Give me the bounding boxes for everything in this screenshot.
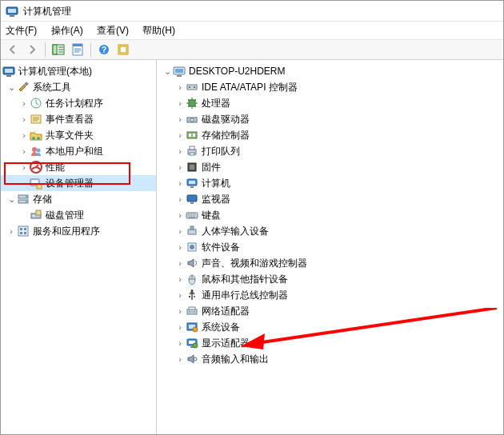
- svg-rect-13: [6, 75, 11, 77]
- diskdrive-icon: [186, 113, 198, 126]
- task-scheduler-icon: [30, 97, 42, 110]
- expand-icon[interactable]: ›: [174, 226, 186, 236]
- device-category-label: 键盘: [202, 209, 221, 222]
- device-category-label: 磁盘驱动器: [202, 113, 250, 126]
- expand-icon[interactable]: ›: [174, 162, 186, 172]
- svg-rect-51: [190, 153, 194, 155]
- tree-item-label: 事件查看器: [46, 113, 94, 126]
- expand-icon[interactable]: ›: [174, 210, 186, 220]
- svg-rect-39: [177, 75, 182, 77]
- device-category-monitor[interactable]: ›监视器: [157, 191, 503, 207]
- device-category-system-dev[interactable]: ›系统设备: [157, 319, 503, 335]
- svg-point-70: [191, 311, 193, 313]
- expand-icon[interactable]: ›: [174, 322, 186, 332]
- device-category-mouse[interactable]: ›鼠标和其他指针设备: [157, 271, 503, 287]
- properties-button[interactable]: [69, 41, 86, 58]
- system-tools-icon: [17, 81, 30, 94]
- device-category-keyboard[interactable]: ›键盘: [157, 207, 503, 223]
- storage-icon: [17, 193, 30, 206]
- expand-icon[interactable]: ›: [174, 354, 186, 364]
- device-tree-root[interactable]: ⌄ DESKTOP-U2HDERM: [157, 63, 503, 79]
- expand-icon[interactable]: ›: [174, 98, 186, 108]
- svg-rect-36: [24, 232, 26, 234]
- expand-icon[interactable]: ›: [18, 130, 30, 140]
- device-category-hid[interactable]: ›人体学输入设备: [157, 223, 503, 239]
- device-category-cpu[interactable]: ›处理器: [157, 95, 503, 111]
- back-button[interactable]: [4, 41, 22, 58]
- expand-icon[interactable]: ›: [174, 258, 186, 268]
- expand-icon[interactable]: ›: [18, 146, 30, 156]
- expand-icon[interactable]: ›: [18, 114, 30, 124]
- device-category-storage-ctrl[interactable]: ›存储控制器: [157, 127, 503, 143]
- show-hide-tree-button[interactable]: [50, 41, 67, 58]
- svg-rect-56: [190, 186, 194, 188]
- device-category-label: 声音、视频和游戏控制器: [202, 257, 307, 270]
- device-category-label: 打印队列: [202, 145, 240, 158]
- tree-item-performance[interactable]: › 性能: [1, 159, 156, 175]
- expand-icon[interactable]: ›: [174, 82, 186, 92]
- device-category-network[interactable]: ›网络适配器: [157, 303, 503, 319]
- svg-rect-34: [24, 228, 26, 230]
- collapse-icon[interactable]: ⌄: [6, 194, 17, 205]
- system-dev-icon: [186, 321, 198, 333]
- tree-item-event-viewer[interactable]: › 事件查看器: [1, 111, 156, 127]
- computer-icon: [186, 177, 198, 190]
- tree-item-system-tools[interactable]: ⌄ 系统工具: [1, 79, 156, 95]
- device-category-firmware[interactable]: ›固件: [157, 159, 503, 175]
- expand-icon[interactable]: ›: [6, 226, 17, 236]
- svg-point-65: [191, 289, 194, 292]
- device-category-computer[interactable]: ›计算机: [157, 175, 503, 191]
- device-category-software-dev[interactable]: ›软件设备: [157, 239, 503, 255]
- expand-icon[interactable]: ›: [174, 274, 186, 284]
- tree-item-disk-management[interactable]: 磁盘管理: [1, 207, 156, 223]
- menu-help[interactable]: 帮助(H): [142, 25, 175, 36]
- expand-icon[interactable]: ›: [174, 306, 186, 316]
- monitor-icon: [186, 193, 198, 206]
- tree-item-device-manager[interactable]: 设备管理器: [1, 175, 156, 191]
- computer-management-window: 计算机管理 文件(F) 操作(A) 查看(V) 帮助(H) ?: [0, 0, 504, 435]
- tree-item-task-scheduler[interactable]: › 任务计划程序: [1, 95, 156, 111]
- tree-item-services-apps[interactable]: › 服务和应用程序: [1, 223, 156, 239]
- device-category-usb[interactable]: ›通用串行总线控制器: [157, 287, 503, 303]
- tree-item-local-users[interactable]: › 本地用户和组: [1, 143, 156, 159]
- svg-point-27: [26, 196, 27, 198]
- expand-icon[interactable]: ›: [174, 242, 186, 252]
- expand-icon[interactable]: ›: [174, 290, 186, 300]
- expand-icon[interactable]: ›: [174, 114, 186, 124]
- tree-root-computer-management[interactable]: 计算机管理(本地): [1, 63, 156, 79]
- collapse-icon[interactable]: ⌄: [162, 66, 173, 77]
- network-icon: [186, 305, 198, 317]
- print-queue-icon: [186, 145, 198, 158]
- svg-rect-35: [20, 232, 22, 234]
- device-category-audio-io[interactable]: ›音频输入和输出: [157, 351, 503, 367]
- device-category-audio-video-game[interactable]: ›声音、视频和游戏控制器: [157, 255, 503, 271]
- menu-action[interactable]: 操作(A): [51, 25, 83, 36]
- tree-item-storage[interactable]: ⌄ 存储: [1, 191, 156, 207]
- svg-rect-24: [37, 184, 42, 189]
- svg-point-71: [194, 311, 195, 313]
- expand-icon[interactable]: ›: [174, 178, 186, 188]
- services-apps-icon: [17, 225, 30, 237]
- expand-icon[interactable]: ›: [18, 98, 30, 108]
- expand-icon[interactable]: ›: [174, 194, 186, 204]
- tree-item-label: 存储: [33, 193, 52, 206]
- help-button[interactable]: ?: [95, 41, 113, 58]
- refresh-button[interactable]: [114, 41, 132, 58]
- forward-button[interactable]: [23, 41, 41, 58]
- device-category-display[interactable]: ›显示适配器: [157, 335, 503, 351]
- menu-view[interactable]: 查看(V): [97, 25, 129, 36]
- menu-file[interactable]: 文件(F): [6, 25, 37, 36]
- device-category-print-queue[interactable]: ›打印队列: [157, 143, 503, 159]
- expand-icon[interactable]: ›: [174, 338, 186, 348]
- expand-icon[interactable]: ›: [18, 162, 30, 172]
- collapse-icon[interactable]: ⌄: [6, 82, 17, 93]
- device-category-ide[interactable]: ›IDE ATA/ATAPI 控制器: [157, 79, 503, 95]
- svg-rect-47: [189, 134, 191, 137]
- menubar: 文件(F) 操作(A) 查看(V) 帮助(H): [1, 22, 503, 39]
- expand-icon[interactable]: ›: [174, 146, 186, 156]
- expand-icon[interactable]: ›: [174, 130, 186, 140]
- device-category-diskdrive[interactable]: ›磁盘驱动器: [157, 111, 503, 127]
- audio-io-icon: [186, 353, 198, 365]
- cpu-icon: [186, 97, 198, 110]
- tree-item-shared-folders[interactable]: › 共享文件夹: [1, 127, 156, 143]
